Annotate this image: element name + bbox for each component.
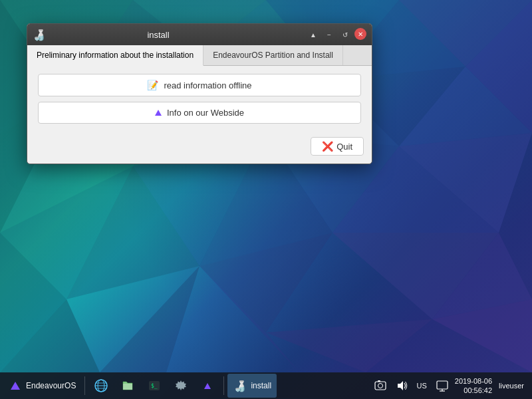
svg-marker-25: [100, 266, 200, 372]
svg-point-39: [378, 384, 382, 388]
window-title: install: [50, 30, 267, 40]
taskbar-item-install[interactable]: 🍶 install: [227, 374, 277, 398]
button-area: 📝 read information offline Info on our W…: [27, 66, 372, 132]
taskbar-item-settings[interactable]: [168, 374, 194, 398]
taskbar-settings-icon: [174, 378, 188, 393]
edit-icon: 📝: [147, 80, 158, 90]
svg-marker-17: [466, 0, 532, 133]
svg-rect-42: [437, 381, 448, 389]
user-text: liveuser: [499, 382, 524, 390]
svg-marker-11: [0, 233, 66, 372]
quit-label: Quit: [336, 142, 352, 152]
tab-preliminary[interactable]: Preliminary information about the instal…: [27, 45, 203, 66]
taskbar-left: EndeavourOS: [0, 374, 277, 398]
svg-marker-9: [66, 166, 200, 299]
taskbar-item-files[interactable]: [115, 374, 140, 398]
taskbar-right: US 2019-08-06 00:56:42 liveuser: [372, 376, 532, 396]
taskbar-volume-icon[interactable]: [393, 378, 410, 393]
read-offline-button[interactable]: 📝 read information offline: [38, 74, 361, 96]
window-content: Preliminary information about the instal…: [27, 45, 372, 164]
svg-marker-23: [332, 233, 499, 319]
window-controls: ▲ − ↺ ✕: [307, 28, 366, 41]
taskbar-item-endeavour[interactable]: EndeavourOS: [3, 374, 81, 398]
taskbar-locale[interactable]: US: [414, 380, 430, 391]
svg-text:$_: $_: [151, 383, 158, 389]
taskbar-item-terminal[interactable]: $_: [142, 374, 167, 398]
svg-marker-18: [399, 66, 532, 146]
svg-marker-27: [432, 233, 532, 319]
svg-marker-24: [200, 233, 332, 332]
taskbar-separator-1: [84, 376, 85, 395]
clock-date: 2019-08-06: [455, 376, 492, 386]
quit-button[interactable]: ❌ Quit: [311, 137, 364, 156]
taskbar-display-icon[interactable]: [434, 378, 451, 393]
window-minimize-button[interactable]: −: [323, 28, 336, 41]
eos-triangle-icon: [155, 108, 162, 118]
taskbar-terminal-icon: $_: [147, 378, 162, 393]
info-website-button[interactable]: Info on our Webside: [38, 102, 361, 124]
svg-marker-16: [399, 0, 532, 66]
svg-marker-29: [266, 319, 432, 372]
clock-time: 00:56:42: [464, 386, 492, 395]
taskbar-clock[interactable]: 2019-08-06 00:56:42: [455, 376, 492, 396]
quit-icon: ❌: [322, 141, 333, 152]
info-website-label: Info on our Webside: [167, 108, 244, 118]
svg-marker-12: [0, 299, 100, 372]
svg-marker-28: [432, 299, 532, 372]
desktop: 🍶 install ▲ − ↺ ✕ Preliminary informatio…: [0, 0, 532, 399]
window-titlebar[interactable]: 🍶 install ▲ − ↺ ✕: [27, 24, 372, 45]
taskbar-user[interactable]: liveuser: [496, 380, 527, 391]
taskbar-browser-icon: [94, 378, 108, 393]
taskbar-eos2-icon: [200, 378, 215, 393]
taskbar-item-browser[interactable]: [88, 374, 114, 398]
locale-text: US: [417, 382, 427, 390]
svg-rect-40: [378, 380, 380, 382]
window-move-up-button[interactable]: ▲: [307, 28, 320, 41]
taskbar-files-icon: [120, 378, 135, 393]
svg-rect-38: [375, 382, 386, 390]
taskbar-install-icon: 🍶: [233, 378, 247, 393]
taskbar: EndeavourOS: [0, 372, 532, 399]
window-bottom: ❌ Quit: [27, 132, 372, 164]
svg-marker-8: [0, 166, 133, 299]
taskbar-separator-2: [223, 376, 224, 395]
tab-endeavour[interactable]: EndeavourOS Partition and Install: [203, 45, 343, 65]
taskbar-eos-icon: [8, 378, 23, 393]
taskbar-install-label: install: [251, 381, 271, 390]
svg-marker-41: [398, 381, 403, 390]
svg-marker-19: [399, 133, 532, 233]
window-refresh-button[interactable]: ↺: [338, 28, 352, 41]
svg-marker-26: [200, 266, 299, 372]
taskbar-screenshot-icon[interactable]: [372, 378, 389, 393]
taskbar-item-eos2[interactable]: [195, 374, 220, 398]
window-app-icon: 🍶: [33, 28, 46, 41]
taskbar-endeavour-label: EndeavourOS: [26, 381, 76, 390]
install-window: 🍶 install ▲ − ↺ ✕ Preliminary informatio…: [27, 23, 372, 164]
read-offline-label: read information offline: [164, 80, 251, 90]
window-close-button[interactable]: ✕: [354, 28, 366, 40]
tab-bar: Preliminary information about the instal…: [27, 45, 372, 66]
